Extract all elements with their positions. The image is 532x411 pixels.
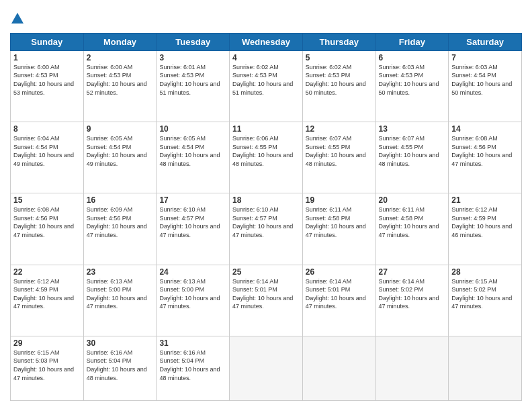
header xyxy=(10,10,522,26)
day-cell-8: 8 Sunrise: 6:04 AM Sunset: 4:54 PM Dayli… xyxy=(11,122,84,193)
empty-cell xyxy=(449,336,522,400)
day-info: Sunrise: 6:09 AM Sunset: 4:56 PM Dayligh… xyxy=(87,205,154,239)
day-number: 11 xyxy=(232,124,300,134)
day-cell-23: 23 Sunrise: 6:13 AM Sunset: 5:00 PM Dayl… xyxy=(83,265,157,336)
day-info: Sunrise: 6:01 AM Sunset: 4:53 PM Dayligh… xyxy=(159,63,226,97)
day-number: 29 xyxy=(13,338,81,348)
day-info: Sunrise: 6:10 AM Sunset: 4:57 PM Dayligh… xyxy=(232,205,300,239)
day-cell-14: 14 Sunrise: 6:08 AM Sunset: 4:56 PM Dayl… xyxy=(449,122,522,193)
day-number: 30 xyxy=(87,338,154,348)
day-cell-6: 6 Sunrise: 6:03 AM Sunset: 4:53 PM Dayli… xyxy=(375,50,449,122)
day-number: 22 xyxy=(13,267,81,277)
day-cell-18: 18 Sunrise: 6:10 AM Sunset: 4:57 PM Dayl… xyxy=(230,193,303,265)
svg-marker-0 xyxy=(11,13,24,24)
logo-icon xyxy=(10,11,25,26)
day-info: Sunrise: 6:14 AM Sunset: 5:02 PM Dayligh… xyxy=(379,277,446,311)
day-cell-12: 12 Sunrise: 6:07 AM Sunset: 4:55 PM Dayl… xyxy=(302,122,375,193)
week-row-3: 15 Sunrise: 6:08 AM Sunset: 4:56 PM Dayl… xyxy=(11,193,522,265)
day-info: Sunrise: 6:04 AM Sunset: 4:54 PM Dayligh… xyxy=(13,134,81,168)
day-cell-5: 5 Sunrise: 6:02 AM Sunset: 4:53 PM Dayli… xyxy=(302,50,375,122)
week-row-2: 8 Sunrise: 6:04 AM Sunset: 4:54 PM Dayli… xyxy=(11,122,522,193)
empty-cell xyxy=(230,336,303,400)
day-number: 16 xyxy=(87,195,154,205)
day-number: 31 xyxy=(159,338,226,348)
weekday-header-row: SundayMondayTuesdayWednesdayThursdayFrid… xyxy=(11,33,522,50)
day-cell-30: 30 Sunrise: 6:16 AM Sunset: 5:04 PM Dayl… xyxy=(83,336,157,400)
day-cell-13: 13 Sunrise: 6:07 AM Sunset: 4:55 PM Dayl… xyxy=(375,122,449,193)
day-number: 26 xyxy=(306,267,373,277)
day-cell-16: 16 Sunrise: 6:09 AM Sunset: 4:56 PM Dayl… xyxy=(83,193,157,265)
day-number: 17 xyxy=(159,195,226,205)
day-info: Sunrise: 6:02 AM Sunset: 4:53 PM Dayligh… xyxy=(232,63,300,97)
day-info: Sunrise: 6:05 AM Sunset: 4:54 PM Dayligh… xyxy=(159,134,226,168)
day-number: 21 xyxy=(451,195,519,205)
day-cell-3: 3 Sunrise: 6:01 AM Sunset: 4:53 PM Dayli… xyxy=(157,50,230,122)
weekday-header-friday: Friday xyxy=(375,33,449,50)
day-number: 25 xyxy=(232,267,300,277)
day-cell-2: 2 Sunrise: 6:00 AM Sunset: 4:53 PM Dayli… xyxy=(83,50,157,122)
day-number: 6 xyxy=(379,53,446,62)
day-info: Sunrise: 6:14 AM Sunset: 5:01 PM Dayligh… xyxy=(232,277,300,311)
day-number: 5 xyxy=(306,53,373,62)
weekday-header-saturday: Saturday xyxy=(449,33,522,50)
day-number: 7 xyxy=(451,53,519,62)
week-row-1: 1 Sunrise: 6:00 AM Sunset: 4:53 PM Dayli… xyxy=(11,50,522,122)
day-number: 23 xyxy=(87,267,154,277)
day-cell-17: 17 Sunrise: 6:10 AM Sunset: 4:57 PM Dayl… xyxy=(157,193,230,265)
day-cell-24: 24 Sunrise: 6:13 AM Sunset: 5:00 PM Dayl… xyxy=(157,265,230,336)
day-info: Sunrise: 6:10 AM Sunset: 4:57 PM Dayligh… xyxy=(159,205,226,239)
weekday-header-wednesday: Wednesday xyxy=(230,33,303,50)
day-info: Sunrise: 6:02 AM Sunset: 4:53 PM Dayligh… xyxy=(306,63,373,97)
day-info: Sunrise: 6:03 AM Sunset: 4:54 PM Dayligh… xyxy=(451,63,519,97)
day-cell-29: 29 Sunrise: 6:15 AM Sunset: 5:03 PM Dayl… xyxy=(11,336,84,400)
day-cell-27: 27 Sunrise: 6:14 AM Sunset: 5:02 PM Dayl… xyxy=(375,265,449,336)
day-number: 8 xyxy=(13,124,81,134)
day-cell-1: 1 Sunrise: 6:00 AM Sunset: 4:53 PM Dayli… xyxy=(11,50,84,122)
day-info: Sunrise: 6:13 AM Sunset: 5:00 PM Dayligh… xyxy=(87,277,154,311)
day-info: Sunrise: 6:11 AM Sunset: 4:58 PM Dayligh… xyxy=(306,205,373,239)
day-cell-31: 31 Sunrise: 6:16 AM Sunset: 5:04 PM Dayl… xyxy=(157,336,230,400)
day-info: Sunrise: 6:13 AM Sunset: 5:00 PM Dayligh… xyxy=(159,277,226,311)
day-number: 10 xyxy=(159,124,226,134)
day-number: 1 xyxy=(13,53,81,62)
empty-cell xyxy=(302,336,375,400)
day-number: 28 xyxy=(451,267,519,277)
calendar-table: SundayMondayTuesdayWednesdayThursdayFrid… xyxy=(10,33,522,401)
day-info: Sunrise: 6:00 AM Sunset: 4:53 PM Dayligh… xyxy=(13,63,81,97)
day-cell-20: 20 Sunrise: 6:11 AM Sunset: 4:58 PM Dayl… xyxy=(375,193,449,265)
day-cell-7: 7 Sunrise: 6:03 AM Sunset: 4:54 PM Dayli… xyxy=(449,50,522,122)
day-number: 18 xyxy=(232,195,300,205)
day-info: Sunrise: 6:08 AM Sunset: 4:56 PM Dayligh… xyxy=(451,134,519,168)
week-row-5: 29 Sunrise: 6:15 AM Sunset: 5:03 PM Dayl… xyxy=(11,336,522,400)
day-info: Sunrise: 6:12 AM Sunset: 4:59 PM Dayligh… xyxy=(451,205,519,239)
day-number: 20 xyxy=(379,195,446,205)
day-number: 14 xyxy=(451,124,519,134)
day-info: Sunrise: 6:16 AM Sunset: 5:04 PM Dayligh… xyxy=(87,349,154,382)
day-number: 19 xyxy=(306,195,373,205)
day-info: Sunrise: 6:15 AM Sunset: 5:03 PM Dayligh… xyxy=(13,349,81,382)
day-info: Sunrise: 6:16 AM Sunset: 5:04 PM Dayligh… xyxy=(159,349,226,382)
day-info: Sunrise: 6:00 AM Sunset: 4:53 PM Dayligh… xyxy=(87,63,154,97)
day-cell-11: 11 Sunrise: 6:06 AM Sunset: 4:55 PM Dayl… xyxy=(230,122,303,193)
weekday-header-thursday: Thursday xyxy=(302,33,375,50)
empty-cell xyxy=(375,336,449,400)
day-cell-4: 4 Sunrise: 6:02 AM Sunset: 4:53 PM Dayli… xyxy=(230,50,303,122)
logo xyxy=(10,10,25,26)
day-number: 4 xyxy=(232,53,300,62)
day-number: 3 xyxy=(159,53,226,62)
day-info: Sunrise: 6:06 AM Sunset: 4:55 PM Dayligh… xyxy=(232,134,300,168)
day-cell-21: 21 Sunrise: 6:12 AM Sunset: 4:59 PM Dayl… xyxy=(449,193,522,265)
day-number: 27 xyxy=(379,267,446,277)
day-number: 24 xyxy=(159,267,226,277)
day-info: Sunrise: 6:14 AM Sunset: 5:01 PM Dayligh… xyxy=(306,277,373,311)
day-cell-22: 22 Sunrise: 6:12 AM Sunset: 4:59 PM Dayl… xyxy=(11,265,84,336)
day-number: 15 xyxy=(13,195,81,205)
page: SundayMondayTuesdayWednesdayThursdayFrid… xyxy=(0,0,532,411)
day-info: Sunrise: 6:07 AM Sunset: 4:55 PM Dayligh… xyxy=(379,134,446,168)
day-info: Sunrise: 6:08 AM Sunset: 4:56 PM Dayligh… xyxy=(13,205,81,239)
day-info: Sunrise: 6:07 AM Sunset: 4:55 PM Dayligh… xyxy=(306,134,373,168)
day-number: 12 xyxy=(306,124,373,134)
day-number: 13 xyxy=(379,124,446,134)
day-cell-10: 10 Sunrise: 6:05 AM Sunset: 4:54 PM Dayl… xyxy=(157,122,230,193)
day-info: Sunrise: 6:12 AM Sunset: 4:59 PM Dayligh… xyxy=(13,277,81,311)
